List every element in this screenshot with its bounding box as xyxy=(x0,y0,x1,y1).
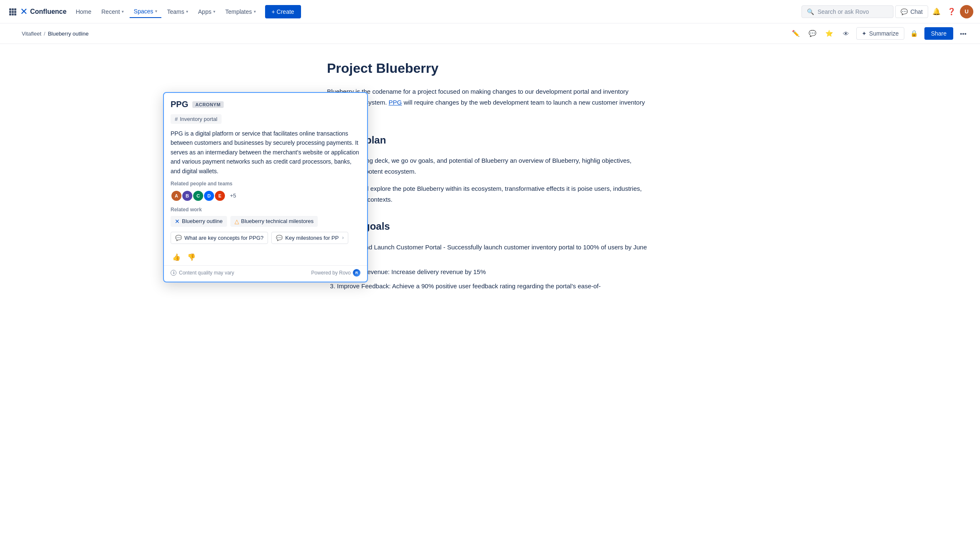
tooltip-description: PPG is a digital platform or service tha… xyxy=(164,129,367,181)
confluence-logo-icon: ✕ xyxy=(20,6,28,17)
info-icon: ℹ xyxy=(171,270,176,276)
help-icon[interactable]: ❓ xyxy=(945,5,958,18)
nav-templates[interactable]: Templates ▾ xyxy=(221,6,260,18)
goal-3: Improve Feedback: Achieve a 90% positive… xyxy=(337,281,653,292)
svg-rect-7 xyxy=(12,13,14,15)
edit-icon[interactable]: ✏️ xyxy=(789,27,803,40)
page-body: Blueberry is the codename for a project … xyxy=(327,86,653,291)
nav-teams[interactable]: Teams ▾ xyxy=(163,6,192,18)
avatar-5: E xyxy=(214,190,226,202)
notifications-icon[interactable]: 🔔 xyxy=(930,5,943,18)
tooltip-avatars: A B C D E +5 xyxy=(164,190,367,207)
related-work-links: ✕ Blueberry outline △ Blueberry technica… xyxy=(164,216,367,232)
intro-paragraph: Blueberry is the codename for a project … xyxy=(327,86,653,118)
page-layout: Project Blueberry Blueberry is the coden… xyxy=(0,44,980,536)
tooltip-title: PPG xyxy=(171,100,188,109)
thumbs-down-button[interactable]: 👎 xyxy=(186,252,197,262)
sparkle-icon: ✦ xyxy=(862,30,867,37)
comment-icon[interactable]: 💬 xyxy=(806,27,819,40)
templates-chevron: ▾ xyxy=(254,9,256,14)
ppg-link[interactable]: PPG xyxy=(389,99,402,106)
avatar-4: D xyxy=(203,190,215,202)
svg-rect-6 xyxy=(9,13,11,15)
thumbs-up-button[interactable]: 👍 xyxy=(171,252,182,262)
tooltip-header: PPG ACRONYM xyxy=(164,93,367,114)
rovo-question-1[interactable]: 💬 What are key concepts for PPG? xyxy=(171,232,268,244)
confluence-milestone-icon: △ xyxy=(235,218,239,225)
goal-2: Increase Revenue: Increase delivery reve… xyxy=(337,267,653,277)
grid-icon[interactable] xyxy=(7,6,18,18)
svg-rect-4 xyxy=(12,11,14,13)
tooltip-footer: ℹ Content quality may vary Powered by Ro… xyxy=(164,265,367,282)
rovo-chat-icon-2: 💬 xyxy=(276,235,283,241)
svg-rect-8 xyxy=(14,13,16,15)
teams-chevron: ▾ xyxy=(186,9,188,14)
create-button[interactable]: + Create xyxy=(265,5,301,18)
section-launch: Launch plan xyxy=(327,132,653,149)
recent-chevron: ▾ xyxy=(122,9,124,14)
nav-home[interactable]: Home xyxy=(71,6,95,18)
user-avatar[interactable]: U xyxy=(960,5,973,18)
arrow-right-icon: › xyxy=(342,235,344,241)
breadcrumb-bar: › Vitafleet / Blueberry outline ✏️ 💬 ⭐ 👁… xyxy=(0,23,980,44)
related-link-blueberry-milestones[interactable]: △ Blueberry technical milestores xyxy=(230,216,318,227)
top-navigation: ✕ Confluence Home Recent ▾ Spaces ▾ Team… xyxy=(0,0,980,23)
breadcrumb-actions: ✏️ 💬 ⭐ 👁 ✦ Summarize 🔒 Share ••• xyxy=(789,27,970,40)
chat-icon: 💬 xyxy=(901,8,908,15)
svg-rect-3 xyxy=(9,11,11,13)
confluence-icon-small: ✕ xyxy=(175,218,180,225)
rovo-questions: 💬 What are key concepts for PPG? 💬 Key m… xyxy=(164,232,367,249)
chat-button[interactable]: 💬 Chat xyxy=(895,5,928,18)
nav-recent[interactable]: Recent ▾ xyxy=(97,6,128,18)
ppg-tooltip-popup: PPG ACRONYM # Inventory portal PPG is a … xyxy=(163,92,368,282)
nav-apps[interactable]: Apps ▾ xyxy=(194,6,219,18)
spaces-chevron: ▾ xyxy=(155,9,157,13)
svg-rect-0 xyxy=(9,8,11,10)
tooltip-tag[interactable]: # Inventory portal xyxy=(171,114,222,124)
avatar-extra-count: +5 xyxy=(230,192,236,199)
confluence-logo-text: Confluence xyxy=(30,8,66,15)
apps-chevron: ▾ xyxy=(213,9,215,14)
nav-spaces[interactable]: Spaces ▾ xyxy=(130,5,161,18)
related-people-label: Related people and teams xyxy=(164,181,367,190)
goals-list: Develop and Launch Customer Portal - Suc… xyxy=(337,242,653,291)
page-title: Project Blueberry xyxy=(327,61,653,76)
related-work-label: Related work xyxy=(164,207,367,216)
breadcrumb: Vitafleet / Blueberry outline xyxy=(22,31,89,37)
avatar-2: B xyxy=(181,190,193,202)
powered-by-rovo: Powered by Rovo R xyxy=(311,269,360,277)
tooltip-tag-label: Inventory portal xyxy=(180,116,217,122)
tag-hash-icon: # xyxy=(175,116,178,122)
search-icon: 🔍 xyxy=(807,8,814,15)
launch-para-1: In this marketing deck, we go ov goals, … xyxy=(327,155,653,177)
rovo-logo: R xyxy=(353,269,360,277)
watch-icon[interactable]: 👁 xyxy=(840,27,853,40)
rovo-chat-icon-1: 💬 xyxy=(175,235,182,241)
svg-rect-2 xyxy=(14,8,16,10)
breadcrumb-separator: / xyxy=(44,31,46,37)
star-icon[interactable]: ⭐ xyxy=(823,27,836,40)
more-actions-icon[interactable]: ••• xyxy=(957,27,970,40)
svg-rect-5 xyxy=(14,11,16,13)
lock-icon[interactable]: 🔒 xyxy=(908,27,921,40)
related-link-blueberry-outline[interactable]: ✕ Blueberry outline xyxy=(171,216,227,227)
avatar-1: A xyxy=(171,190,182,202)
share-button[interactable]: Share xyxy=(924,27,953,40)
svg-rect-1 xyxy=(12,8,14,10)
search-bar[interactable]: 🔍 Search or ask Rovo xyxy=(801,5,893,18)
tooltip-badge: ACRONYM xyxy=(192,101,223,108)
section-goals: Project goals xyxy=(327,218,653,235)
breadcrumb-current: Blueberry outline xyxy=(48,31,89,37)
summarize-button[interactable]: ✦ Summarize xyxy=(856,27,904,40)
avatar-3: C xyxy=(192,190,204,202)
confluence-logo[interactable]: ✕ Confluence xyxy=(20,6,66,17)
footer-info: ℹ Content quality may vary xyxy=(171,270,234,276)
tooltip-feedback: 👍 👎 xyxy=(164,249,367,265)
launch-para-2: Moreover, we'll explore the pote Blueber… xyxy=(327,183,653,205)
breadcrumb-parent[interactable]: Vitafleet xyxy=(22,31,41,37)
rovo-question-2[interactable]: 💬 Key milestones for PP › xyxy=(271,232,348,244)
goal-1: Develop and Launch Customer Portal - Suc… xyxy=(337,242,653,263)
